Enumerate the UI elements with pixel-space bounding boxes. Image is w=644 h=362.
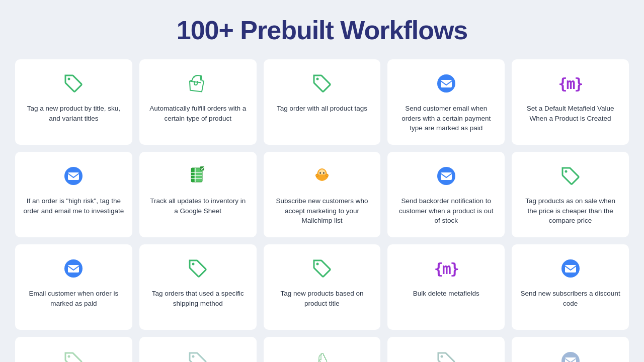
card-icon-tag [185, 348, 211, 362]
card-icon-email [433, 163, 459, 189]
card-label: Tag order with all product tags [277, 104, 367, 114]
card-label: Track all updates to inventory in a Goog… [147, 196, 249, 216]
card-icon-touch [309, 348, 335, 362]
card-icon-email [60, 255, 87, 282]
workflow-card-7[interactable]: Track all updates to inventory in a Goog… [139, 152, 257, 237]
workflow-card-2[interactable]: Automatically fulfill orders with a cert… [139, 59, 257, 145]
card-label: Tag orders that used a specific shipping… [147, 289, 249, 308]
card-icon-tag [309, 70, 335, 97]
svg-rect-3 [441, 80, 452, 87]
card-label: If an order is "high risk", tag the orde… [23, 196, 124, 216]
svg-point-0 [68, 78, 70, 80]
svg-point-19 [326, 174, 328, 177]
workflow-grid: Tag a new product by title, sku, and var… [15, 59, 629, 362]
svg-point-22 [565, 170, 567, 173]
card-label: Email customer when order is marked as p… [23, 289, 124, 308]
card-label: Send new subscribers a discount code [520, 289, 621, 308]
workflow-card-5[interactable]: {m}Set a Default Metafield Value When a … [512, 59, 629, 145]
card-icon-tag [309, 255, 335, 282]
svg-point-17 [323, 172, 325, 174]
card-icon-tag [60, 70, 87, 97]
svg-point-18 [315, 174, 318, 177]
workflow-card-13[interactable]: Tag new products based on product title [264, 244, 381, 330]
card-icon-tag [557, 163, 584, 189]
card-icon-tag [60, 348, 87, 362]
workflow-card-6[interactable]: If an order is "high risk", tag the orde… [15, 152, 132, 237]
card-icon-email [557, 348, 584, 362]
card-label: Bulk delete metafields [413, 289, 479, 299]
card-label: Tag products as on sale when the price i… [520, 196, 621, 226]
workflow-card-9[interactable]: Send backorder notification to customer … [387, 152, 505, 237]
workflow-card-3[interactable]: Tag order with all product tags [264, 59, 381, 145]
card-icon-email [433, 70, 459, 97]
workflow-card-19[interactable] [387, 337, 505, 362]
workflow-card-10[interactable]: Tag products as on sale when the price i… [512, 152, 629, 237]
workflow-card-16[interactable] [15, 337, 132, 362]
svg-point-30 [192, 355, 195, 358]
card-icon-email [60, 163, 87, 189]
card-label: Automatically fulfill orders with a cert… [147, 104, 249, 123]
card-icon-tag [433, 348, 459, 362]
card-icon-mailchimp [309, 163, 335, 189]
card-label: Subscribe new customers who accept marke… [272, 196, 373, 226]
workflow-card-17[interactable] [139, 337, 257, 362]
svg-point-1 [316, 78, 318, 80]
card-icon-shopify [185, 70, 211, 97]
workflow-card-20[interactable] [512, 337, 629, 362]
page-wrapper: 100+ Prebuilt Workflows Tag a new produc… [0, 0, 644, 362]
card-label: Send customer email when orders with a c… [395, 104, 497, 133]
workflow-card-1[interactable]: Tag a new product by title, sku, and var… [15, 59, 132, 145]
card-label: Tag new products based on product title [272, 289, 373, 308]
workflow-card-12[interactable]: Tag orders that used a specific shipping… [139, 244, 257, 330]
card-icon-sheets [185, 163, 211, 189]
card-label: Tag a new product by title, sku, and var… [23, 104, 124, 123]
svg-rect-24 [68, 265, 79, 273]
workflow-card-11[interactable]: Email customer when order is marked as p… [15, 244, 132, 330]
workflow-card-14[interactable]: {m}Bulk delete metafields [387, 244, 505, 330]
workflow-card-15[interactable]: Send new subscribers a discount code [512, 244, 629, 330]
svg-point-29 [68, 355, 70, 358]
svg-point-26 [316, 263, 318, 265]
svg-point-25 [192, 263, 195, 265]
card-icon-tag [185, 255, 211, 282]
workflow-card-18[interactable] [264, 337, 381, 362]
card-label: Set a Default Metafield Value When a Pro… [520, 104, 621, 123]
workflow-card-4[interactable]: Send customer email when orders with a c… [387, 59, 505, 145]
card-icon-metafield: {m} [433, 255, 459, 282]
workflow-card-8[interactable]: Subscribe new customers who accept marke… [264, 152, 381, 237]
svg-rect-21 [441, 172, 452, 180]
svg-rect-5 [68, 172, 79, 180]
card-label: Send backorder notification to customer … [395, 196, 497, 226]
card-icon-email [557, 255, 584, 282]
card-icon-metafield: {m} [557, 70, 584, 97]
page-title: 100+ Prebuilt Workflows [15, 15, 629, 45]
svg-point-31 [440, 355, 443, 358]
svg-point-16 [319, 172, 321, 174]
svg-rect-28 [565, 265, 576, 273]
